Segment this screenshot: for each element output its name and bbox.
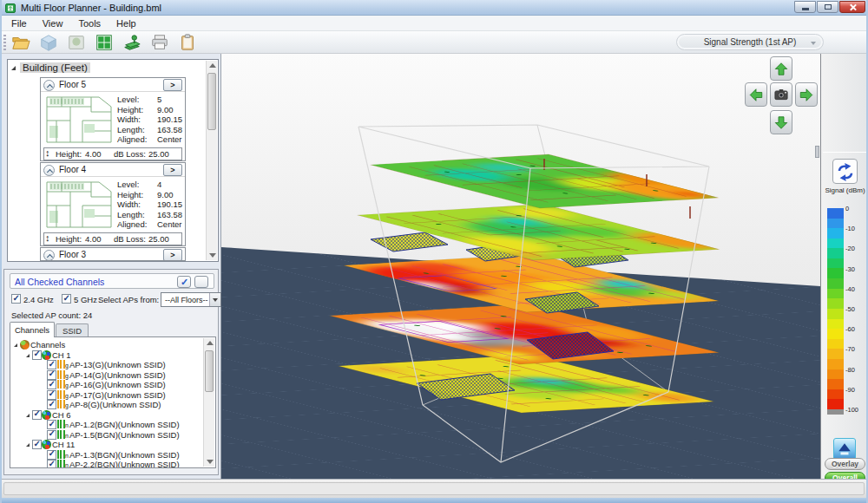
tree-scrollbar[interactable] bbox=[203, 338, 214, 467]
floor-height-value: 4.00 bbox=[85, 233, 102, 245]
channel-row[interactable]: CH 11 bbox=[14, 440, 215, 450]
scroll-up-icon[interactable] bbox=[209, 63, 216, 68]
minimize-button[interactable] bbox=[794, 1, 816, 13]
scroll-down-icon[interactable] bbox=[209, 253, 216, 258]
channel-row[interactable]: CH 1 bbox=[14, 350, 215, 361]
floor4-details: Level:4 Height:9.00 Width:190.15 Length:… bbox=[117, 180, 185, 230]
close-button[interactable] bbox=[839, 1, 865, 13]
ap-row[interactable]: gAP-13(G)(Unknown SSID) bbox=[14, 360, 215, 370]
channel-checkbox[interactable] bbox=[32, 440, 42, 449]
goto-floor5-button[interactable]: > bbox=[163, 79, 182, 91]
floor4-thumbnail[interactable] bbox=[44, 180, 114, 230]
ap-row[interactable]: nAP-1.2(BGN)(Unknown SSID) bbox=[14, 420, 215, 430]
tab-ssid[interactable]: SSID bbox=[56, 323, 89, 337]
menu-help[interactable]: Help bbox=[108, 16, 144, 30]
checked-channels-title: All Checked Channels bbox=[15, 277, 104, 287]
toolbar-grip[interactable] bbox=[3, 35, 6, 50]
level-value: 4 bbox=[157, 180, 185, 190]
floor-card-4: Floor 4 > Level:4 Height:9.00 Width:190.… bbox=[40, 162, 186, 246]
floor5-thumbnail[interactable] bbox=[44, 95, 114, 145]
ap-row[interactable]: nAP-2.2(BGN)(Unknown SSID) bbox=[14, 460, 215, 468]
snapshot-button[interactable] bbox=[770, 82, 792, 107]
scroll-down-icon[interactable] bbox=[207, 460, 214, 464]
expander-icon[interactable] bbox=[14, 343, 17, 347]
ap-row[interactable]: gAP-14(G)(Unknown SSID) bbox=[14, 370, 215, 381]
uncheck-all-button[interactable] bbox=[194, 276, 208, 288]
band-24ghz-checkbox[interactable] bbox=[11, 294, 21, 304]
ap-row[interactable]: nAP-1.5(BGN)(Unknown SSID) bbox=[14, 430, 215, 441]
floor-height-label: Height: bbox=[56, 148, 82, 160]
tab-channels[interactable]: Channels bbox=[10, 322, 55, 337]
ap-signal-icon bbox=[57, 370, 65, 379]
ap-signal-icon bbox=[57, 420, 65, 428]
ap-row[interactable]: gAP-16(G)(Unknown SSID) bbox=[14, 380, 215, 390]
aligned-label: Aligned: bbox=[117, 219, 157, 230]
export-pin-icon[interactable] bbox=[122, 33, 142, 52]
channel-checkbox[interactable] bbox=[32, 350, 42, 360]
cube-3d-icon[interactable] bbox=[38, 33, 59, 52]
scrollbar-thumb[interactable] bbox=[205, 350, 214, 392]
floors-filter-dropdown[interactable]: --All Floors-- bbox=[161, 292, 221, 307]
goto-floor4-button[interactable]: > bbox=[163, 164, 182, 176]
collapse-floor5-button[interactable] bbox=[43, 80, 55, 91]
3d-viewport[interactable] bbox=[221, 54, 820, 479]
check-all-button[interactable]: ✓ bbox=[177, 276, 191, 288]
ap-label: AP-2.2(BGN)(Unknown SSID) bbox=[69, 460, 180, 468]
print-icon[interactable] bbox=[149, 33, 170, 52]
maximize-icon bbox=[825, 4, 832, 10]
building-panel: Building (Feet) Floor 5 > Level:5 Height… bbox=[7, 59, 219, 262]
view-mode-dropdown[interactable]: Signal Strength (1st AP) bbox=[677, 35, 823, 49]
ap-checkbox[interactable] bbox=[47, 400, 56, 409]
expander-icon[interactable] bbox=[26, 443, 30, 447]
open-folder-icon[interactable] bbox=[10, 33, 31, 52]
image-view-icon[interactable] bbox=[66, 33, 87, 52]
floor5-height-row[interactable]: ↕ Height: 4.00 dB Loss: 25.00 bbox=[43, 147, 182, 160]
chevron-up-icon bbox=[46, 168, 52, 174]
ap-row[interactable]: nAP-1.3(BGN)(Unknown SSID) bbox=[14, 450, 215, 461]
minimize-icon bbox=[802, 8, 809, 10]
ap-row[interactable]: gAP-8(G)(Unknown SSID) bbox=[14, 400, 215, 410]
collapse-floor4-button[interactable] bbox=[43, 165, 55, 176]
splitter-grip[interactable] bbox=[815, 146, 819, 158]
ap-checkbox[interactable] bbox=[47, 430, 56, 440]
overlay-button[interactable]: Overlay bbox=[825, 458, 865, 470]
arrow-up-icon bbox=[773, 61, 789, 77]
band-5ghz-checkbox[interactable] bbox=[62, 294, 71, 304]
expander-icon[interactable] bbox=[26, 414, 30, 417]
building-panel-title[interactable]: Building (Feet) bbox=[20, 62, 90, 73]
floor4-height-row[interactable]: ↕ Height: 4.00 dB Loss: 25.00 bbox=[43, 232, 182, 245]
refresh-signal-button[interactable] bbox=[832, 159, 858, 184]
ap-band-letter: n bbox=[65, 433, 69, 439]
ap-label: AP-13(G)(Unknown SSID) bbox=[69, 360, 166, 369]
check-icon: ✓ bbox=[181, 277, 188, 288]
rotate-up-button[interactable] bbox=[770, 56, 792, 81]
expander-icon[interactable] bbox=[26, 354, 30, 357]
rotate-left-button[interactable] bbox=[745, 82, 767, 107]
grid-view-icon[interactable] bbox=[94, 33, 115, 52]
maximize-button[interactable] bbox=[817, 1, 838, 13]
rotate-right-button[interactable] bbox=[795, 82, 818, 107]
building-scrollbar[interactable] bbox=[206, 61, 217, 260]
scrollbar-thumb[interactable] bbox=[207, 73, 216, 130]
legend-tick: -60 bbox=[845, 325, 855, 333]
scroll-up-icon[interactable] bbox=[207, 341, 214, 345]
channel-checkbox[interactable] bbox=[32, 410, 42, 420]
ap-label: AP-1.5(BGN)(Unknown SSID) bbox=[69, 430, 180, 440]
sidebar-divider bbox=[823, 152, 866, 153]
aligned-value: Center bbox=[157, 134, 185, 145]
building-expander-icon[interactable] bbox=[11, 66, 16, 70]
status-bar bbox=[0, 479, 868, 498]
ap-checkbox[interactable] bbox=[47, 460, 56, 468]
menu-file[interactable]: File bbox=[3, 16, 35, 30]
clipboard-icon[interactable] bbox=[177, 33, 198, 52]
ap-row[interactable]: gAP-17(G)(Unknown SSID) bbox=[14, 390, 215, 401]
menu-tools[interactable]: Tools bbox=[70, 16, 108, 30]
3d-scene[interactable] bbox=[221, 54, 820, 479]
tree-root-row[interactable]: Channels bbox=[14, 340, 215, 350]
channel-row[interactable]: CH 6 bbox=[14, 410, 215, 421]
title-bar[interactable]: Multi Floor Planner - Building.bml bbox=[0, 0, 868, 16]
goto-floor3-button[interactable]: > bbox=[163, 249, 182, 261]
rotate-down-button[interactable] bbox=[770, 110, 792, 134]
collapse-floor3-button[interactable] bbox=[43, 250, 55, 261]
menu-view[interactable]: View bbox=[35, 16, 71, 30]
